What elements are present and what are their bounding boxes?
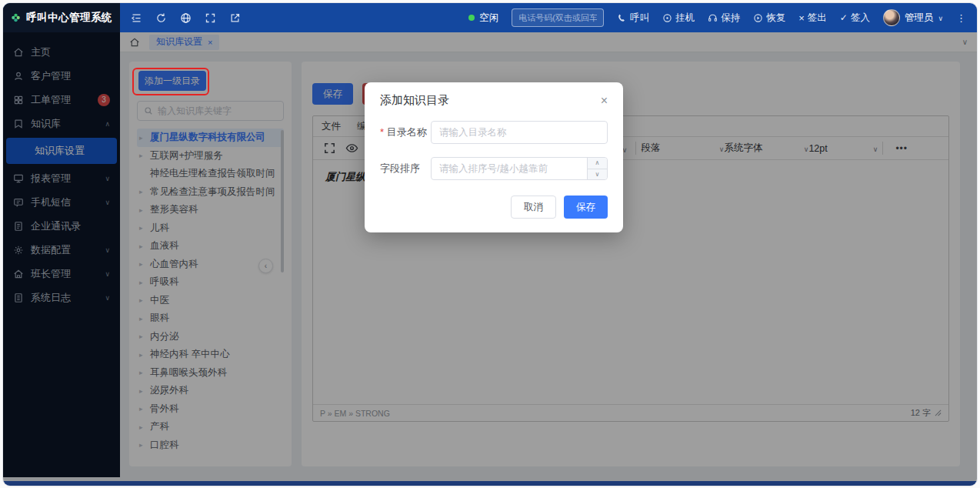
hold-button[interactable]: 保持 xyxy=(708,12,740,25)
hangup-icon xyxy=(662,13,672,23)
resume-icon xyxy=(753,13,763,23)
external-link-icon[interactable] xyxy=(229,12,241,24)
agent-status: 空闲 xyxy=(468,12,498,25)
top-header: 呼叫中心管理系统 xyxy=(3,3,977,32)
app-window: 呼叫中心管理系统 xyxy=(2,2,978,486)
logo: 呼叫中心管理系统 xyxy=(3,3,120,32)
status-label: 空闲 xyxy=(479,12,498,25)
sort-order-row: 字段排序 xyxy=(380,157,608,180)
signin-label: 签入 xyxy=(851,12,870,25)
header-right-cluster: 空闲 呼叫 挂机 xyxy=(468,8,977,27)
call-button[interactable]: 呼叫 xyxy=(617,12,649,25)
directory-name-input[interactable] xyxy=(431,121,608,144)
cancel-button[interactable]: 取消 xyxy=(511,196,556,219)
spinner-up-icon[interactable] xyxy=(588,158,607,169)
signin-icon xyxy=(840,12,848,23)
user-name: 管理员 xyxy=(905,12,934,25)
sort-order-input[interactable] xyxy=(431,157,608,180)
hangup-button[interactable]: 挂机 xyxy=(662,12,695,25)
call-label: 呼叫 xyxy=(630,12,649,25)
hangup-label: 挂机 xyxy=(675,12,695,25)
logo-icon xyxy=(11,11,21,25)
spinner-down-icon[interactable] xyxy=(588,169,607,180)
user-menu[interactable]: 管理员 xyxy=(883,9,943,26)
directory-name-label: 目录名称 xyxy=(380,125,431,139)
resume-label: 恢复 xyxy=(766,12,785,25)
phone-number-input[interactable] xyxy=(512,8,604,27)
signout-icon xyxy=(798,12,805,24)
fullscreen-icon[interactable] xyxy=(205,12,216,24)
status-dot xyxy=(468,15,475,21)
language-globe-icon[interactable] xyxy=(180,12,192,24)
number-spinner xyxy=(587,158,607,179)
hold-label: 保持 xyxy=(721,12,740,25)
add-directory-modal: 添加知识目录 目录名称 字段排序 取消 xyxy=(365,82,623,232)
phone-icon xyxy=(617,13,627,23)
chevron-down-icon xyxy=(938,12,943,23)
signin-button[interactable]: 签入 xyxy=(840,12,870,25)
signout-button[interactable]: 签出 xyxy=(798,12,827,25)
confirm-save-button[interactable]: 保存 xyxy=(564,196,608,219)
signout-label: 签出 xyxy=(808,12,827,25)
kebab-menu-icon[interactable] xyxy=(956,12,966,24)
close-icon[interactable] xyxy=(601,95,608,107)
menu-fold-icon[interactable] xyxy=(131,12,142,24)
directory-name-row: 目录名称 xyxy=(380,121,608,144)
refresh-icon[interactable] xyxy=(155,12,167,24)
screenshot-stage: 呼叫中心管理系统 xyxy=(0,0,980,488)
modal-title: 添加知识目录 xyxy=(380,93,449,108)
hold-icon xyxy=(708,13,718,23)
resume-button[interactable]: 恢复 xyxy=(753,12,785,25)
app-title: 呼叫中心管理系统 xyxy=(26,11,112,25)
avatar xyxy=(883,9,900,26)
sort-order-label: 字段排序 xyxy=(380,162,431,175)
header-tool-icons xyxy=(131,12,241,24)
